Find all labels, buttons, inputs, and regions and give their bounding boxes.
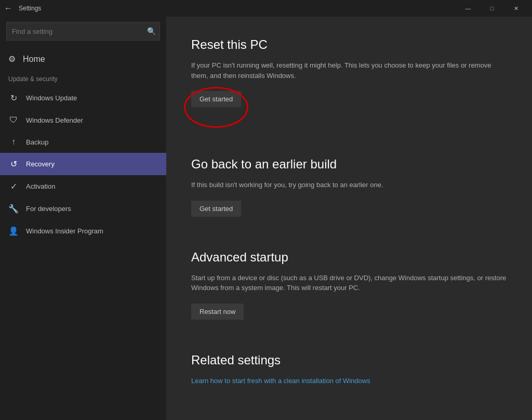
maximize-button[interactable]: □ [480, 0, 504, 17]
advanced-startup-description: Start up from a device or disc (such as … [191, 273, 507, 293]
sidebar-item-windows-insider-program[interactable]: 👤 Windows Insider Program [0, 220, 166, 242]
sidebar-item-label: For developers [26, 205, 71, 213]
activation-icon: ✓ [8, 181, 19, 191]
earlier-build-section: Go back to an earlier build If this buil… [191, 157, 507, 233]
app-container: 🔍 ⚙ Home Update & security ↻ Windows Upd… [0, 17, 532, 420]
related-settings-section: Related settings Learn how to start fres… [191, 353, 507, 385]
clean-install-link[interactable]: Learn how to start fresh with a clean in… [191, 377, 370, 385]
restart-now-button[interactable]: Restart now [191, 304, 244, 320]
back-button[interactable]: ← [4, 4, 12, 13]
content-area: Reset this PC If your PC isn't running w… [166, 17, 532, 420]
reset-pc-description: If your PC isn't running well, resetting… [191, 60, 507, 81]
for-developers-icon: 🔧 [8, 204, 19, 214]
search-icon: 🔍 [147, 27, 156, 35]
window-controls: — □ ✕ [456, 0, 528, 17]
advanced-startup-title: Advanced startup [191, 250, 507, 265]
sidebar-item-label: Backup [26, 138, 48, 146]
home-label: Home [23, 55, 45, 64]
sidebar: 🔍 ⚙ Home Update & security ↻ Windows Upd… [0, 17, 166, 420]
sidebar-item-windows-update[interactable]: ↻ Windows Update [0, 87, 166, 109]
sidebar-item-for-developers[interactable]: 🔧 For developers [0, 198, 166, 220]
sidebar-item-label: Recovery [26, 160, 55, 168]
windows-insider-icon: 👤 [8, 226, 19, 236]
get-started-circled: Get started [191, 91, 241, 124]
home-icon: ⚙ [8, 54, 16, 64]
earlier-build-title: Go back to an earlier build [191, 157, 507, 172]
windows-update-icon: ↻ [8, 93, 19, 103]
sidebar-item-label: Activation [26, 182, 55, 190]
minimize-button[interactable]: — [456, 0, 480, 17]
section-label: Update & security [0, 69, 166, 87]
sidebar-item-backup[interactable]: ↑ Backup [0, 131, 166, 153]
title-bar: ← Settings — □ ✕ [0, 0, 532, 17]
advanced-startup-section: Advanced startup Start up from a device … [191, 250, 507, 336]
recovery-icon: ↺ [8, 159, 19, 169]
close-button[interactable]: ✕ [504, 0, 528, 17]
sidebar-item-label: Windows Insider Program [26, 227, 103, 235]
reset-pc-section: Reset this PC If your PC isn't running w… [191, 37, 507, 140]
sidebar-item-windows-defender[interactable]: 🛡 Windows Defender [0, 109, 166, 131]
search-box: 🔍 [6, 22, 160, 41]
backup-icon: ↑ [8, 137, 19, 147]
sidebar-item-recovery[interactable]: ↺ Recovery [0, 153, 166, 175]
home-nav-item[interactable]: ⚙ Home [0, 49, 166, 69]
related-settings-title: Related settings [191, 353, 507, 368]
reset-pc-title: Reset this PC [191, 37, 507, 52]
window-title: Settings [19, 5, 456, 12]
sidebar-item-label: Windows Update [26, 94, 77, 102]
earlier-build-description: If this build isn't working for you, try… [191, 180, 507, 190]
search-input[interactable] [6, 22, 160, 41]
earlier-build-get-started-button[interactable]: Get started [191, 201, 241, 217]
sidebar-item-label: Windows Defender [26, 116, 83, 124]
reset-get-started-button[interactable]: Get started [191, 91, 241, 107]
sidebar-item-activation[interactable]: ✓ Activation [0, 175, 166, 198]
windows-defender-icon: 🛡 [8, 115, 19, 125]
